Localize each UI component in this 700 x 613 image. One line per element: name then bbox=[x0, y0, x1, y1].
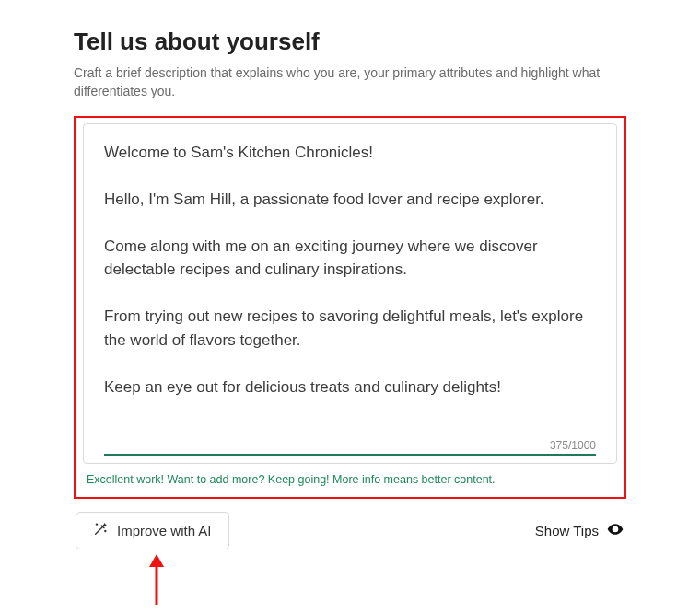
page-title: Tell us about yourself bbox=[74, 28, 626, 56]
char-counter: 375/1000 bbox=[104, 439, 596, 452]
page: Tell us about yourself Craft a brief des… bbox=[0, 0, 700, 613]
textarea-focus-underline bbox=[104, 454, 596, 456]
magic-wand-icon bbox=[93, 522, 108, 539]
bio-text-content: Welcome to Sam's Kitchen Chronicles! Hel… bbox=[104, 141, 596, 435]
highlighted-region: Welcome to Sam's Kitchen Chronicles! Hel… bbox=[74, 116, 626, 499]
eye-icon bbox=[606, 520, 624, 541]
annotation-arrow bbox=[146, 554, 168, 608]
page-subtitle: Craft a brief description that explains … bbox=[74, 64, 626, 101]
svg-point-0 bbox=[613, 527, 616, 530]
improve-with-ai-label: Improve with AI bbox=[117, 523, 212, 538]
show-tips-button[interactable]: Show Tips bbox=[535, 520, 624, 541]
improve-with-ai-button[interactable]: Improve with AI bbox=[76, 512, 229, 549]
svg-marker-2 bbox=[149, 554, 164, 567]
toolbar: Improve with AI Show Tips bbox=[74, 512, 626, 549]
encouragement-hint: Excellent work! Want to add more? Keep g… bbox=[87, 473, 613, 486]
bio-textarea[interactable]: Welcome to Sam's Kitchen Chronicles! Hel… bbox=[83, 123, 617, 464]
show-tips-label: Show Tips bbox=[535, 523, 599, 538]
